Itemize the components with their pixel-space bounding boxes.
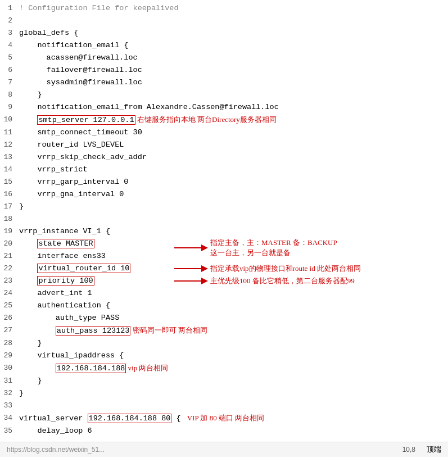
line-8: 8 } (0, 89, 448, 101)
line-content-24: advert_int 1 (17, 287, 448, 300)
line-content-29: virtual_ipaddress { (17, 350, 448, 362)
line-num-29: 29 (0, 350, 17, 362)
line-content-31: } (17, 375, 448, 387)
bottom-bar: https://blog.csdn.net/weixin_51... 10,8 … (0, 442, 448, 457)
line-29: 29 virtual_ipaddress { (0, 350, 448, 362)
cursor-position: 10,8 (402, 446, 415, 454)
line-num-16: 16 (0, 188, 17, 201)
line-num-34: 34 (0, 412, 17, 424)
line-num-6: 6 (0, 64, 17, 76)
line-23: 23 priority 100 主优先级100 备比它稍低，第二台服务器配99 (0, 275, 448, 287)
line-content-26: auth_type PASS (17, 312, 448, 324)
line-num-31: 31 (0, 375, 17, 387)
line-13: 13 vrrp_skip_check_adv_addr (0, 151, 448, 164)
line-4: 4 notification_email { (0, 39, 448, 52)
line-31: 31 } (0, 375, 448, 387)
line-num-23: 23 (0, 275, 17, 287)
line-num-28: 28 (0, 337, 17, 350)
arrow-22 (174, 262, 208, 275)
line-num-17: 17 (0, 201, 17, 213)
line-15: 15 vrrp_garp_interval 0 (0, 176, 448, 188)
annotation-text-23: 主优先级100 备比它稍低，第二台服务器配99 (210, 276, 355, 286)
arrow-23 (174, 275, 208, 287)
line-6: 6 failover@firewall.loc (0, 64, 448, 76)
highlight-vip: 192.168.184.188 (56, 364, 126, 373)
line-content-7: sysadmin@firewall.loc (17, 76, 448, 89)
line-14: 14 vrrp_strict (0, 164, 448, 176)
line-num-19: 19 (0, 225, 17, 238)
line-content-34: virtual_server 192.168.184.188 80 { VIP … (17, 412, 448, 425)
line-18: 18 (0, 213, 448, 225)
line-9: 9 notification_email_from Alexandre.Cass… (0, 101, 448, 114)
line-content-16: vrrp_gna_interval 0 (17, 188, 448, 201)
line-content-15: vrrp_garp_interval 0 (17, 176, 448, 188)
highlight-priority: priority 100 (37, 276, 94, 285)
line-11: 11 smtp_connect_timeout 30 (0, 126, 448, 139)
line-content-6: failover@firewall.loc (17, 64, 448, 76)
line-num-30: 30 (0, 362, 17, 374)
line-content-17: } (17, 201, 448, 213)
top-label: 顶端 (427, 445, 441, 455)
line-num-26: 26 (0, 312, 17, 324)
highlight-smtp: smtp_server 127.0.0.1 (37, 115, 135, 125)
line-num-22: 22 (0, 262, 17, 275)
line-content-11: smtp_connect_timeout 30 (17, 126, 448, 139)
highlight-state: state MASTER (37, 239, 94, 248)
annotation-block-22: 指定承载vip的物理接口和route id 此处两台相同 (174, 262, 361, 275)
line-content-1: ! Configuration File for keepalived (17, 2, 448, 15)
line-num-3: 3 (0, 27, 17, 39)
line-content-8: } (17, 89, 448, 101)
line-content-35: delay_loop 6 (17, 425, 448, 437)
line-33: 33 (0, 400, 448, 412)
line-30: 30 192.168.184.188 vip 两台相同 (0, 362, 448, 375)
line-num-35: 35 (0, 425, 17, 437)
line-content-3: global_defs { (17, 27, 448, 39)
line-5: 5 acassen@firewall.loc (0, 52, 448, 64)
line-21: 21 interface ens33 (0, 250, 448, 262)
line-content-28: } (17, 337, 448, 350)
line-19: 19 vrrp_instance VI_1 { (0, 225, 448, 238)
line-2: 2 (0, 15, 448, 27)
line-content-4: notification_email { (17, 39, 448, 52)
line-num-32: 32 (0, 387, 17, 400)
line-num-25: 25 (0, 300, 17, 312)
url-display: https://blog.csdn.net/weixin_51... (7, 446, 402, 454)
line-3: 3 global_defs { (0, 27, 448, 39)
highlight-authpass: auth_pass 123123 (56, 326, 131, 336)
line-num-24: 24 (0, 287, 17, 300)
line-content-19: vrrp_instance VI_1 { (17, 225, 448, 238)
line-content-9: notification_email_from Alexandre.Cassen… (17, 101, 448, 114)
line-content-12: router_id LVS_DEVEL (17, 139, 448, 151)
annotation-text-22: 指定承载vip的物理接口和route id 此处两台相同 (210, 264, 361, 274)
line-content-21: interface ens33 (17, 250, 448, 262)
line-16: 16 vrrp_gna_interval 0 (0, 188, 448, 201)
line-35: 35 delay_loop 6 (0, 425, 448, 437)
annotation-34: VIP 加 80 端口 两台相同 (185, 414, 264, 422)
line-num-13: 13 (0, 151, 17, 164)
line-num-15: 15 (0, 176, 17, 188)
line-num-10: 10 (0, 114, 17, 126)
line-num-7: 7 (0, 76, 17, 89)
line-content-32: } (17, 387, 448, 400)
annotation-block-23: 主优先级100 备比它稍低，第二台服务器配99 (174, 275, 355, 287)
line-num-20: 20 (0, 238, 17, 250)
line-content-10: smtp_server 127.0.0.1 右键服务指向本地 两台Directo… (17, 114, 448, 126)
line-20: 20 state MASTER 指定主备，主：MASTER 备：BACKUP这一… (0, 238, 448, 250)
line-num-27: 27 (0, 324, 17, 337)
line-num-8: 8 (0, 89, 17, 101)
line-7: 7 sysadmin@firewall.loc (0, 76, 448, 89)
line-content-25: authentication { (17, 300, 448, 312)
line-num-2: 2 (0, 15, 17, 27)
line-17: 17 } (0, 201, 448, 213)
line-1: 1 ! Configuration File for keepalived (0, 2, 448, 15)
line-content-14: vrrp_strict (17, 164, 448, 176)
line-content-5: acassen@firewall.loc (17, 52, 448, 64)
line-27: 27 auth_pass 123123 密码同一即可 两台相同 (0, 324, 448, 337)
line-num-14: 14 (0, 164, 17, 176)
line-25: 25 authentication { (0, 300, 448, 312)
line-34: 34 virtual_server 192.168.184.188 80 { V… (0, 412, 448, 425)
line-num-11: 11 (0, 126, 17, 139)
line-24: 24 advert_int 1 (0, 287, 448, 300)
line-28: 28 } (0, 337, 448, 350)
line-num-33: 33 (0, 400, 17, 412)
